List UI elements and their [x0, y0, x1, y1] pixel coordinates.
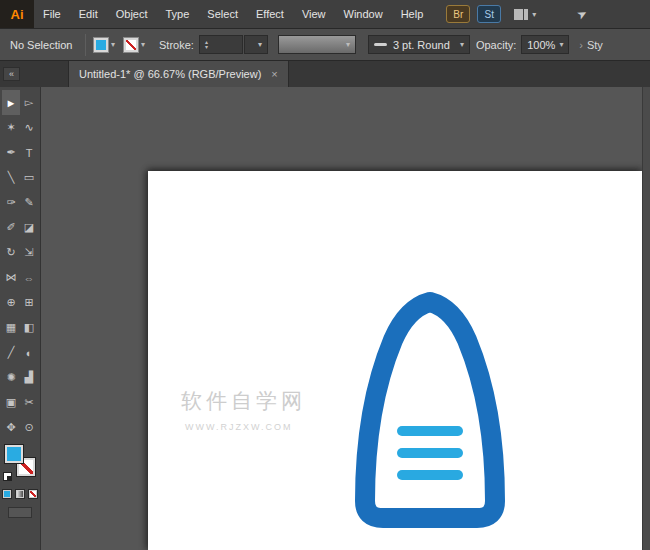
artwork-layer — [41, 87, 650, 550]
menu-edit[interactable]: Edit — [70, 8, 107, 20]
canvas[interactable]: 软件自学网 WWW.RJZXW.COM — [41, 87, 650, 550]
spinner-down-icon[interactable]: ▾ — [205, 45, 208, 50]
menu-bar-line-2[interactable] — [397, 448, 463, 458]
gradient-button[interactable] — [15, 489, 25, 499]
chevron-right-icon: › — [579, 39, 583, 51]
color-type-buttons — [2, 489, 38, 499]
line-tool[interactable]: ╲ — [2, 165, 20, 190]
bridge-button[interactable]: Br — [446, 5, 470, 23]
default-fill-stroke-icon[interactable] — [3, 472, 12, 481]
watermark: 软件自学网 WWW.RJZXW.COM — [181, 387, 306, 432]
selection-status: No Selection — [10, 39, 78, 51]
chevron-down-icon: ▾ — [555, 40, 563, 49]
blend-tool[interactable]: ◐ — [20, 340, 38, 365]
lasso-tool[interactable]: ∿ — [20, 115, 38, 140]
hand-tool[interactable]: ✥ — [2, 415, 20, 440]
free-transform-tool[interactable]: ⇔ — [20, 265, 38, 290]
stroke-weight-dropdown[interactable]: ▾ — [244, 35, 268, 54]
style-label-truncated: Sty — [587, 39, 603, 51]
none-button[interactable] — [28, 489, 38, 499]
opacity-dropdown[interactable]: 100% ▾ — [521, 35, 569, 54]
gradient-tool[interactable]: ◧ — [20, 315, 38, 340]
stroke-weight-stepper[interactable]: ▴ ▾ — [199, 35, 243, 54]
stock-button[interactable]: St — [477, 5, 501, 23]
divider — [85, 34, 86, 56]
close-icon[interactable]: × — [271, 68, 277, 80]
opacity-label: Opacity: — [476, 39, 516, 51]
menu-file[interactable]: File — [34, 8, 70, 20]
zoom-tool[interactable]: ⊙ — [20, 415, 38, 440]
width-tool[interactable]: ⋈ — [2, 265, 20, 290]
app-logo: Ai — [0, 0, 34, 28]
fill-stroke-indicator — [3, 444, 37, 484]
rectangle-tool[interactable]: ▭ — [20, 165, 38, 190]
selection-tool[interactable]: ► — [2, 90, 20, 115]
brush-stroke-icon — [374, 43, 387, 46]
type-tool[interactable]: T — [20, 140, 38, 165]
chevron-down-icon[interactable]: ▾ — [141, 40, 145, 49]
workspace-switcher-icon — [514, 9, 529, 20]
spinner-icons[interactable]: ▴ ▾ — [205, 40, 208, 50]
workspace: ► ▻ ✶ ∿ ✒ T ╲ ▭ ✑ ✎ ✐ ◪ ↻ ⇲ ⋈ ⇔ ⊕ ⊞ ▦ ◧ — [0, 87, 650, 550]
menu-window[interactable]: Window — [335, 8, 392, 20]
paintbrush-tool[interactable]: ✑ — [2, 190, 20, 215]
menu-view[interactable]: View — [293, 8, 335, 20]
blob-brush-tool[interactable]: ✐ — [2, 215, 20, 240]
color-button[interactable] — [2, 489, 12, 499]
send-icon[interactable]: ➤ — [575, 5, 590, 22]
menu-object[interactable]: Object — [107, 8, 157, 20]
stroke-none-swatch[interactable] — [123, 37, 139, 53]
chevron-down-icon[interactable]: ▾ — [111, 40, 115, 49]
chevron-down-icon: ▾ — [342, 40, 350, 49]
rotate-tool[interactable]: ↻ — [2, 240, 20, 265]
pen-tool[interactable]: ✒ — [2, 140, 20, 165]
menu-type[interactable]: Type — [157, 8, 199, 20]
menu-effect[interactable]: Effect — [247, 8, 293, 20]
workspace-switcher[interactable]: ▾ — [514, 9, 536, 20]
shape-builder-tool[interactable]: ⊕ — [2, 290, 20, 315]
control-bar: No Selection ▾ ▾ Stroke: ▴ ▾ ▾ ▾ 3 pt. R… — [0, 29, 650, 61]
fill-swatch[interactable] — [93, 37, 109, 53]
chevron-down-icon: ▾ — [254, 40, 262, 49]
column-graph-tool[interactable]: ▟ — [20, 365, 38, 390]
stroke-color-control[interactable]: ▾ — [123, 37, 145, 53]
opacity-value: 100% — [527, 39, 555, 51]
tools-panel: ► ▻ ✶ ∿ ✒ T ╲ ▭ ✑ ✎ ✐ ◪ ↻ ⇲ ⋈ ⇔ ⊕ ⊞ ▦ ◧ — [0, 87, 41, 550]
mesh-tool[interactable]: ▦ — [2, 315, 20, 340]
chevron-down-icon: ▾ — [532, 10, 536, 19]
illustrator-window: Ai File Edit Object Type Select Effect V… — [0, 0, 650, 550]
bag-shape-outline[interactable] — [365, 302, 495, 518]
menu-select[interactable]: Select — [198, 8, 247, 20]
perspective-grid-tool[interactable]: ⊞ — [20, 290, 38, 315]
stroke-label: Stroke: — [159, 39, 194, 51]
menu-help[interactable]: Help — [392, 8, 433, 20]
symbol-sprayer-tool[interactable]: ✺ — [2, 365, 20, 390]
brush-definition-dropdown[interactable]: ▾ — [278, 35, 356, 54]
variable-width-profile-dropdown[interactable]: 3 pt. Round ▾ — [368, 35, 470, 54]
slice-tool[interactable]: ✂ — [20, 390, 38, 415]
document-tab[interactable]: Untitled-1* @ 66.67% (RGB/Preview) × — [68, 61, 289, 87]
watermark-line1: 软件自学网 — [181, 387, 306, 415]
scale-tool[interactable]: ⇲ — [20, 240, 38, 265]
chevron-down-icon: ▾ — [456, 40, 464, 49]
artboard-tool[interactable]: ▣ — [2, 390, 20, 415]
fill-indicator-swatch[interactable] — [4, 444, 24, 464]
document-tab-bar: « Untitled-1* @ 66.67% (RGB/Preview) × — [0, 61, 650, 87]
fill-color-control[interactable]: ▾ — [93, 37, 115, 53]
screen-mode-button[interactable] — [8, 507, 32, 518]
menu-bar: Ai File Edit Object Type Select Effect V… — [0, 0, 650, 29]
eraser-tool[interactable]: ◪ — [20, 215, 38, 240]
menubar-right-cluster: Br St ▾ ➤ — [446, 5, 587, 23]
tool-grid: ► ▻ ✶ ∿ ✒ T ╲ ▭ ✑ ✎ ✐ ◪ ↻ ⇲ ⋈ ⇔ ⊕ ⊞ ▦ ◧ — [2, 90, 38, 440]
brush-style-value: 3 pt. Round — [393, 39, 450, 51]
eyedropper-tool[interactable]: ╱ — [2, 340, 20, 365]
collapse-panels-button[interactable]: « — [3, 67, 20, 81]
document-tab-title: Untitled-1* @ 66.67% (RGB/Preview) — [79, 68, 261, 80]
menu-bar-line-3[interactable] — [397, 470, 463, 480]
watermark-line2: WWW.RJZXW.COM — [185, 422, 306, 432]
magic-wand-tool[interactable]: ✶ — [2, 115, 20, 140]
direct-selection-tool[interactable]: ▻ — [20, 90, 38, 115]
menu-bar-line-1[interactable] — [397, 426, 463, 436]
pencil-tool[interactable]: ✎ — [20, 190, 38, 215]
